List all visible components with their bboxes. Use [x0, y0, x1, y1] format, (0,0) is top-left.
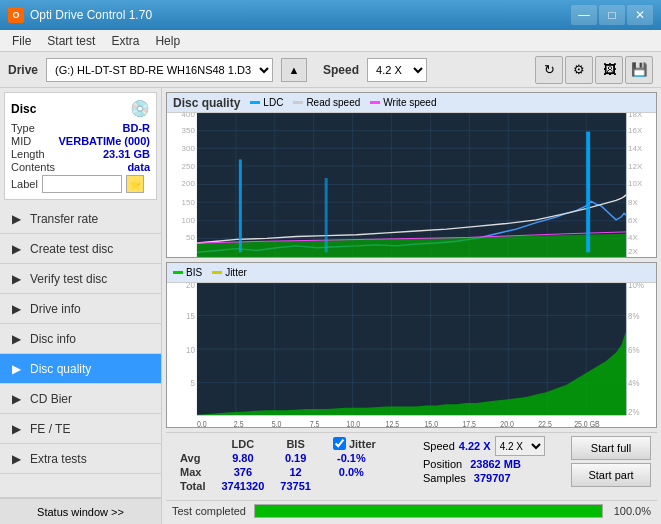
menu-help[interactable]: Help — [147, 32, 188, 50]
create-test-icon: ▶ — [8, 241, 24, 257]
legend-read: Read speed — [293, 97, 360, 108]
close-button[interactable]: ✕ — [627, 5, 653, 25]
legend-read-color — [293, 101, 303, 104]
status-window-button[interactable]: Status window >> — [0, 498, 161, 524]
sidebar-item-label: CD Bier — [30, 392, 72, 406]
svg-text:12X: 12X — [628, 162, 642, 171]
legend-read-label: Read speed — [306, 97, 360, 108]
disc-label-btn[interactable]: ⭐ — [126, 175, 144, 193]
stats-header-row: LDC BIS Jitter — [172, 436, 384, 451]
svg-text:8X: 8X — [628, 198, 638, 207]
svg-text:16X: 16X — [628, 127, 642, 136]
stats-area: LDC BIS Jitter Avg 9.80 — [166, 432, 657, 496]
bottom-status-bar: Test completed 100.0% — [166, 500, 657, 520]
sidebar-item-label: Disc info — [30, 332, 76, 346]
sidebar-item-extra-tests[interactable]: ▶ Extra tests — [0, 444, 161, 474]
menu-starttest[interactable]: Start test — [39, 32, 103, 50]
svg-text:15: 15 — [186, 310, 195, 321]
refresh-button[interactable]: ↻ — [535, 56, 563, 84]
svg-text:200: 200 — [182, 180, 195, 189]
sidebar-item-create-test[interactable]: ▶ Create test disc — [0, 234, 161, 264]
position-value: 23862 MB — [470, 458, 521, 470]
jitter-checkbox[interactable] — [333, 437, 346, 450]
settings-button2[interactable]: 🖼 — [595, 56, 623, 84]
drive-label: Drive — [8, 63, 38, 77]
svg-rect-24 — [586, 132, 590, 253]
svg-text:150: 150 — [182, 198, 195, 207]
drive-select[interactable]: (G:) HL-DT-ST BD-RE WH16NS48 1.D3 — [46, 58, 273, 82]
svg-text:22.5: 22.5 — [538, 419, 552, 427]
start-part-button[interactable]: Start part — [571, 463, 651, 487]
chart-top-body: 400 350 300 250 200 150 100 50 18X 16X 1… — [167, 113, 656, 257]
legend-write: Write speed — [370, 97, 436, 108]
sidebar-item-disc-quality[interactable]: ▶ Disc quality — [0, 354, 161, 384]
eject-button[interactable]: ▲ — [281, 58, 307, 82]
sidebar-item-label: Verify test disc — [30, 272, 107, 286]
svg-text:7.5: 7.5 — [310, 419, 320, 427]
stats-total-label: Total — [172, 479, 213, 493]
svg-text:12.5: 12.5 — [386, 419, 400, 427]
sidebar-item-disc-info[interactable]: ▶ Disc info — [0, 324, 161, 354]
svg-text:0.0: 0.0 — [197, 419, 207, 427]
speed-select[interactable]: 4.2 X — [367, 58, 427, 82]
settings-button1[interactable]: ⚙ — [565, 56, 593, 84]
start-full-button[interactable]: Start full — [571, 436, 651, 460]
legend-write-color — [370, 101, 380, 104]
sidebar-item-fe-te[interactable]: ▶ FE / TE — [0, 414, 161, 444]
disc-icon: 💿 — [130, 99, 150, 118]
samples-row: Samples 379707 — [423, 472, 511, 484]
chart-top-svg: 400 350 300 250 200 150 100 50 18X 16X 1… — [167, 113, 656, 257]
minimize-button[interactable]: — — [571, 5, 597, 25]
svg-text:17.5: 17.5 — [462, 419, 476, 427]
speed-display-select[interactable]: 4.2 X — [495, 436, 545, 456]
chart-bottom-body: 20 15 10 5 10% 8% 6% 4% 2% 0.0 2.5 5.0 — [167, 283, 656, 427]
menu-file[interactable]: File — [4, 32, 39, 50]
disc-contents-label: Contents — [11, 161, 55, 173]
disc-mid-label: MID — [11, 135, 31, 147]
progress-percent: 100.0% — [611, 505, 651, 517]
svg-text:2X: 2X — [628, 247, 638, 256]
content-area: Disc quality LDC Read speed Write speed — [162, 88, 661, 524]
sidebar-item-drive-info[interactable]: ▶ Drive info — [0, 294, 161, 324]
sidebar-item-transfer-rate[interactable]: ▶ Transfer rate — [0, 204, 161, 234]
sidebar-item-label: FE / TE — [30, 422, 70, 436]
maximize-button[interactable]: □ — [599, 5, 625, 25]
fe-te-icon: ▶ — [8, 421, 24, 437]
chart-top-title: Disc quality — [173, 96, 240, 110]
legend-ldc: LDC — [250, 97, 283, 108]
samples-label: Samples — [423, 472, 466, 484]
sidebar-item-label: Disc quality — [30, 362, 91, 376]
menu-extra[interactable]: Extra — [103, 32, 147, 50]
svg-text:2%: 2% — [628, 406, 640, 417]
titlebar: O Opti Drive Control 1.70 — □ ✕ — [0, 0, 661, 30]
transfer-rate-icon: ▶ — [8, 211, 24, 227]
stats-avg-ldc: 9.80 — [213, 451, 272, 465]
svg-text:6X: 6X — [628, 216, 638, 225]
disc-label-label: Label — [11, 178, 38, 190]
sidebar-item-cd-bier[interactable]: ▶ CD Bier — [0, 384, 161, 414]
sidebar-item-label: Drive info — [30, 302, 81, 316]
disc-panel-title: Disc — [11, 102, 36, 116]
save-button[interactable]: 💾 — [625, 56, 653, 84]
svg-text:4%: 4% — [628, 378, 640, 389]
legend-bis-label: BIS — [186, 267, 202, 278]
stats-avg-label: Avg — [172, 451, 213, 465]
legend-bis: BIS — [173, 267, 202, 278]
cd-bier-icon: ▶ — [8, 391, 24, 407]
position-label: Position — [423, 458, 462, 470]
disc-mid-row: MID VERBATIMe (000) — [11, 135, 150, 147]
stats-avg-jitter: -0.1% — [319, 451, 384, 465]
legend-ldc-label: LDC — [263, 97, 283, 108]
disc-label-input[interactable] — [42, 175, 122, 193]
status-text: Test completed — [172, 505, 246, 517]
svg-text:100: 100 — [182, 216, 195, 225]
svg-text:10%: 10% — [628, 283, 644, 290]
jitter-checkbox-container: Jitter — [333, 437, 376, 450]
disc-type-value: BD-R — [123, 122, 151, 134]
svg-text:10X: 10X — [628, 180, 642, 189]
svg-text:50: 50 — [186, 234, 195, 243]
speed-value: 4.22 X — [459, 440, 491, 452]
sidebar-item-verify-test[interactable]: ▶ Verify test disc — [0, 264, 161, 294]
svg-text:15.0: 15.0 — [424, 419, 438, 427]
disc-panel-header: Disc 💿 — [11, 99, 150, 118]
